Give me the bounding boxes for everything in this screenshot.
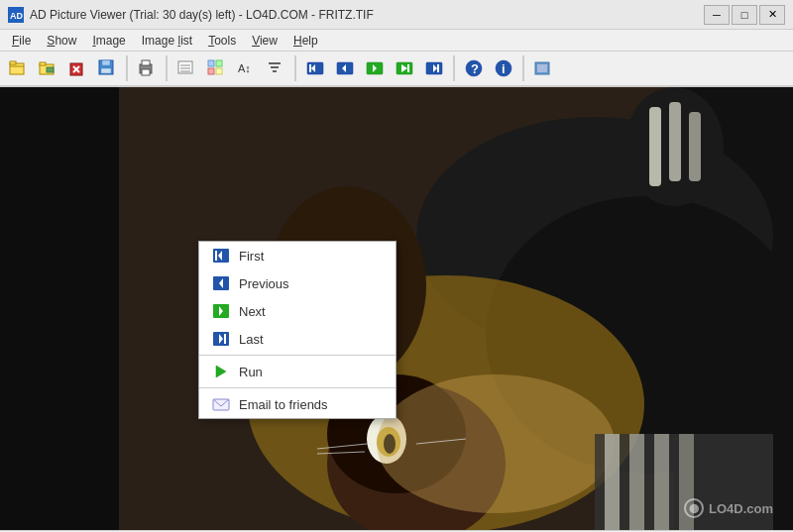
svg-rect-5 xyxy=(40,62,46,65)
svg-rect-20 xyxy=(208,60,214,66)
previous-icon xyxy=(211,273,231,293)
context-menu-sep-2 xyxy=(199,387,396,388)
menu-tools[interactable]: Tools xyxy=(200,32,244,50)
svg-rect-48 xyxy=(0,87,119,530)
app-icon: AD xyxy=(8,7,24,23)
svg-rect-3 xyxy=(10,61,16,64)
watermark-logo: ⬤ xyxy=(684,498,704,518)
context-menu-run-label: Run xyxy=(239,365,263,379)
toolbar-save-btn[interactable] xyxy=(93,54,121,82)
window-controls: ─ □ ✕ xyxy=(704,5,785,25)
close-button[interactable]: ✕ xyxy=(759,5,785,25)
toolbar-thumbnail-btn[interactable] xyxy=(202,54,230,82)
context-menu-previous-label: Previous xyxy=(239,276,289,291)
toolbar-fullscreen-btn[interactable] xyxy=(529,54,557,82)
toolbar-sep-4 xyxy=(453,55,455,81)
next-icon xyxy=(211,301,231,321)
context-menu-last-label: Last xyxy=(239,332,264,347)
svg-rect-15 xyxy=(142,69,150,75)
minimize-button[interactable]: ─ xyxy=(704,5,730,25)
toolbar-sep-2 xyxy=(166,55,168,81)
email-icon xyxy=(211,394,231,414)
context-menu-run[interactable]: Run xyxy=(199,358,396,385)
window-title: AD Picture Viewer (Trial: 30 day(s) left… xyxy=(30,8,704,22)
menu-file[interactable]: File xyxy=(4,32,39,50)
svg-rect-14 xyxy=(142,60,150,65)
menu-view[interactable]: View xyxy=(244,32,285,50)
svg-rect-12 xyxy=(101,68,111,73)
toolbar-nav-play[interactable] xyxy=(391,54,418,82)
watermark: ⬤ LO4D.com xyxy=(684,498,773,518)
svg-rect-61 xyxy=(649,107,661,186)
toolbar-sort-btn[interactable]: A↕ xyxy=(232,54,260,82)
toolbar-open-btn[interactable] xyxy=(4,54,32,82)
svg-rect-63 xyxy=(689,112,701,181)
menu-show[interactable]: Show xyxy=(39,32,84,50)
svg-rect-46 xyxy=(537,64,547,72)
context-menu-sep-1 xyxy=(199,355,396,356)
context-menu-email[interactable]: Email to friends xyxy=(199,390,396,418)
svg-rect-6 xyxy=(47,67,54,72)
toolbar-nav-first[interactable] xyxy=(301,54,329,82)
context-menu-previous[interactable]: Previous xyxy=(199,269,396,297)
run-icon xyxy=(211,362,231,381)
context-menu-email-label: Email to friends xyxy=(239,397,328,412)
svg-rect-22 xyxy=(208,68,214,74)
toolbar-nav-prev[interactable] xyxy=(331,54,359,82)
toolbar-sep-3 xyxy=(294,55,296,81)
toolbar-folder-btn[interactable] xyxy=(34,54,61,82)
svg-rect-21 xyxy=(216,60,222,66)
toolbar-print-btn[interactable] xyxy=(133,54,161,82)
last-icon xyxy=(211,329,231,349)
context-menu-next[interactable]: Next xyxy=(199,297,396,325)
toolbar-info-btn[interactable]: i xyxy=(490,54,517,82)
menu-help[interactable]: Help xyxy=(285,32,326,50)
svg-rect-11 xyxy=(102,60,110,65)
context-menu-next-label: Next xyxy=(239,304,266,319)
toolbar: A↕ xyxy=(0,52,793,87)
title-bar: AD AD Picture Viewer (Trial: 30 day(s) l… xyxy=(0,0,793,30)
menu-bar: File Show Image Image list Tools View He… xyxy=(0,30,793,52)
toolbar-list-btn[interactable] xyxy=(172,54,200,82)
toolbar-nav-last[interactable] xyxy=(420,54,448,82)
toolbar-nav-next[interactable] xyxy=(361,54,389,82)
menu-image[interactable]: Image xyxy=(84,32,133,50)
svg-text:?: ? xyxy=(471,61,479,76)
svg-rect-67 xyxy=(629,434,644,530)
svg-text:AD: AD xyxy=(10,11,23,21)
context-menu: First Previous Next xyxy=(198,241,396,419)
svg-rect-66 xyxy=(605,434,620,530)
svg-text:A↕: A↕ xyxy=(238,62,251,74)
cat-image xyxy=(0,87,793,530)
maximize-button[interactable]: □ xyxy=(732,5,757,25)
svg-text:i: i xyxy=(502,61,506,76)
first-icon xyxy=(211,246,231,266)
toolbar-help-btn[interactable]: ? xyxy=(460,54,488,82)
svg-rect-68 xyxy=(654,434,669,530)
menu-image-list[interactable]: Image list xyxy=(134,32,200,50)
toolbar-sep-1 xyxy=(126,55,128,81)
toolbar-sep-5 xyxy=(522,55,524,81)
svg-rect-62 xyxy=(669,102,681,181)
svg-point-64 xyxy=(377,374,615,513)
svg-rect-23 xyxy=(216,68,222,74)
watermark-text: LO4D.com xyxy=(709,501,773,516)
context-menu-first[interactable]: First xyxy=(199,242,396,269)
svg-rect-2 xyxy=(10,63,24,74)
svg-marker-83 xyxy=(216,366,226,377)
toolbar-delete-btn[interactable] xyxy=(63,54,91,82)
context-menu-last[interactable]: Last xyxy=(199,325,396,353)
context-menu-first-label: First xyxy=(239,249,264,264)
main-content: First Previous Next xyxy=(0,87,793,530)
toolbar-filter-btn[interactable] xyxy=(262,54,289,82)
